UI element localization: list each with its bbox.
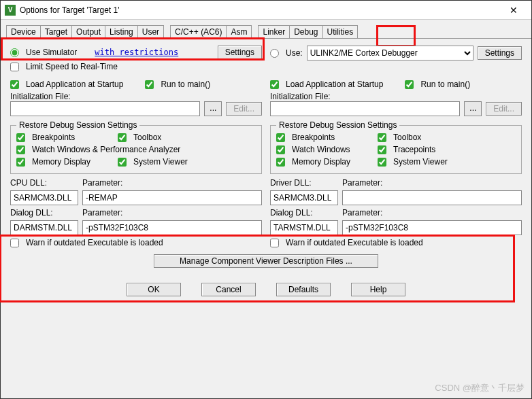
- sim-initfile-browse-button[interactable]: ...: [204, 101, 222, 116]
- sim-watch-checkbox[interactable]: [16, 145, 25, 154]
- hw-initfile-browse-button[interactable]: ...: [464, 101, 482, 116]
- cpu-dll-label: CPU DLL:: [10, 178, 78, 188]
- ok-button[interactable]: OK: [127, 283, 181, 296]
- titlebar: V Options for Target 'Target 1' ✕: [1, 1, 531, 20]
- hw-warn-outdated-label: Warn if outdated Executable is loaded: [286, 238, 423, 247]
- hw-tracepoints-checkbox[interactable]: [378, 145, 386, 154]
- hw-restore-fieldset: Restore Debug Session Settings Breakpoin…: [270, 120, 522, 174]
- tab-utilities[interactable]: Utilities: [322, 25, 359, 38]
- sim-initfile-input[interactable]: [10, 101, 200, 116]
- sim-dialog-param-label: Parameter:: [82, 208, 122, 218]
- simulator-panel: Use Simulator with restrictions Settings…: [10, 46, 262, 250]
- tab-debug[interactable]: Debug: [289, 25, 322, 38]
- hw-run-main-checkbox[interactable]: [405, 80, 414, 89]
- hw-toolbox-checkbox[interactable]: [378, 133, 386, 142]
- app-icon: V: [5, 5, 16, 16]
- cpu-param-input[interactable]: [82, 190, 262, 205]
- sim-memory-label: Memory Display: [32, 157, 114, 167]
- sim-breakpoints-label: Breakpoints: [32, 133, 114, 142]
- tab-output[interactable]: Output: [71, 25, 105, 38]
- hw-watch-label: Watch Windows: [292, 145, 373, 154]
- hw-toolbox-label: Toolbox: [393, 133, 421, 142]
- sim-sysviewer-checkbox[interactable]: [118, 158, 127, 167]
- manage-component-button[interactable]: Manage Component Viewer Description File…: [154, 254, 378, 268]
- debugger-select[interactable]: ULINK2/ME Cortex Debugger: [307, 46, 473, 60]
- hw-run-main-label: Run to main(): [420, 80, 470, 89]
- sim-toolbox-checkbox[interactable]: [118, 133, 127, 142]
- watermark-text: CSDN @醉意丶千层梦: [435, 382, 525, 394]
- cpu-param-label: Parameter:: [82, 178, 122, 188]
- help-button[interactable]: Help: [351, 283, 405, 296]
- sim-initfile-edit-button[interactable]: Edit...: [226, 102, 262, 116]
- sim-restore-legend: Restore Debug Session Settings: [16, 120, 139, 130]
- tab-linker[interactable]: Linker: [258, 25, 290, 38]
- driver-param-label: Parameter:: [342, 178, 382, 188]
- cancel-button[interactable]: Cancel: [201, 283, 256, 296]
- hw-memory-label: Memory Display: [292, 157, 373, 167]
- driver-dll-label: Driver DLL:: [270, 178, 338, 188]
- defaults-button[interactable]: Defaults: [276, 283, 331, 296]
- hardware-panel: Use: ULINK2/ME Cortex Debugger Settings …: [270, 46, 522, 250]
- restrictions-link[interactable]: with restrictions: [95, 48, 178, 57]
- hw-dialog-param-input[interactable]: [342, 220, 522, 235]
- hw-sysviewer-checkbox[interactable]: [378, 158, 386, 167]
- tab-asm[interactable]: Asm: [226, 25, 252, 38]
- use-simulator-label: Use Simulator: [26, 48, 77, 57]
- sim-settings-button[interactable]: Settings: [218, 46, 262, 59]
- hw-sysviewer-label: System Viewer: [393, 157, 448, 167]
- driver-dll-input[interactable]: [270, 190, 338, 205]
- tab-strip: Device Target Output Listing User C/C++ …: [1, 20, 531, 39]
- hw-warn-outdated-checkbox[interactable]: [270, 239, 279, 247]
- hw-initfile-label: Initialization File:: [270, 92, 522, 101]
- sim-sysviewer-label: System Viewer: [133, 157, 188, 167]
- use-hardware-label: Use:: [286, 48, 303, 58]
- use-simulator-radio[interactable]: [10, 48, 19, 57]
- sim-dialog-param-input[interactable]: [82, 220, 262, 235]
- hw-dialog-param-label: Parameter:: [342, 208, 382, 218]
- dialog-buttons: OK Cancel Defaults Help: [1, 276, 531, 306]
- limit-speed-label: Limit Speed to Real-Time: [26, 62, 118, 71]
- sim-restore-fieldset: Restore Debug Session Settings Breakpoin…: [10, 120, 262, 174]
- sim-warn-outdated-label: Warn if outdated Executable is loaded: [26, 238, 163, 247]
- hw-load-app-checkbox[interactable]: [270, 80, 279, 89]
- sim-load-app-checkbox[interactable]: [10, 80, 19, 89]
- driver-param-input[interactable]: [342, 190, 522, 205]
- sim-load-app-label: Load Application at Startup: [26, 80, 123, 89]
- tab-cpp[interactable]: C/C++ (AC6): [170, 25, 227, 38]
- use-hardware-radio[interactable]: [270, 49, 279, 58]
- sim-breakpoints-checkbox[interactable]: [16, 133, 25, 142]
- sim-toolbox-label: Toolbox: [133, 133, 161, 142]
- hw-memory-checkbox[interactable]: [276, 158, 285, 167]
- sim-dialog-dll-label: Dialog DLL:: [10, 208, 78, 218]
- sim-dialog-dll-input[interactable]: [10, 220, 78, 235]
- window-title: Options for Target 'Target 1': [20, 5, 500, 15]
- sim-initfile-label: Initialization File:: [10, 92, 262, 101]
- hw-restore-legend: Restore Debug Session Settings: [276, 120, 399, 130]
- hw-initfile-input[interactable]: [270, 101, 460, 116]
- hw-breakpoints-label: Breakpoints: [292, 133, 373, 142]
- hw-dialog-dll-input[interactable]: [270, 220, 338, 235]
- sim-memory-checkbox[interactable]: [16, 158, 25, 167]
- tab-target[interactable]: Target: [40, 25, 72, 38]
- tab-listing[interactable]: Listing: [105, 25, 138, 38]
- dialog-window: V Options for Target 'Target 1' ✕ Device…: [0, 0, 532, 399]
- tab-device[interactable]: Device: [6, 25, 41, 38]
- tab-content: Use Simulator with restrictions Settings…: [1, 39, 531, 276]
- hw-load-app-label: Load Application at Startup: [286, 80, 383, 89]
- hw-tracepoints-label: Tracepoints: [393, 145, 435, 154]
- sim-warn-outdated-checkbox[interactable]: [10, 239, 19, 247]
- limit-speed-checkbox[interactable]: [10, 63, 19, 71]
- sim-run-main-checkbox[interactable]: [145, 80, 154, 89]
- sim-watch-label: Watch Windows & Performance Analyzer: [32, 145, 180, 154]
- close-icon[interactable]: ✕: [500, 5, 527, 16]
- tab-user[interactable]: User: [137, 25, 164, 38]
- hw-initfile-edit-button[interactable]: Edit...: [486, 102, 522, 116]
- hw-dialog-dll-label: Dialog DLL:: [270, 208, 338, 218]
- hw-watch-checkbox[interactable]: [276, 145, 285, 154]
- cpu-dll-input[interactable]: [10, 190, 78, 205]
- sim-run-main-label: Run to main(): [161, 80, 210, 89]
- hw-settings-button[interactable]: Settings: [478, 46, 522, 60]
- hw-breakpoints-checkbox[interactable]: [276, 133, 285, 142]
